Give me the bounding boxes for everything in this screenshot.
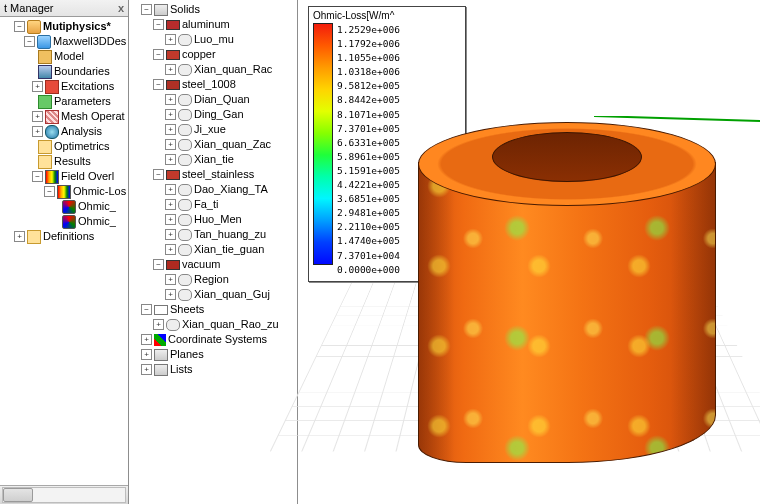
expand-icon[interactable]: − [153, 259, 164, 270]
analysis-icon [45, 125, 59, 139]
tree-item[interactable]: Optimetrics [54, 139, 110, 154]
expand-icon[interactable]: − [24, 36, 35, 47]
tree-item[interactable]: Field Overl [61, 169, 114, 184]
material-node[interactable]: aluminum [182, 17, 230, 32]
object-node[interactable]: Xian_quan_Guj [194, 287, 270, 302]
project-root[interactable]: Mutiphysics* [43, 19, 111, 34]
expand-icon[interactable]: − [141, 4, 152, 15]
object-node[interactable]: Region [194, 272, 229, 287]
expand-icon[interactable]: + [165, 229, 176, 240]
scroll-thumb[interactable] [3, 488, 33, 502]
object-icon [178, 124, 192, 136]
object-node[interactable]: Dao_Xiang_TA [194, 182, 268, 197]
object-icon [178, 214, 192, 226]
solids-node[interactable]: Solids [170, 2, 200, 17]
expand-icon[interactable]: − [14, 21, 25, 32]
tree-item[interactable]: Planes [170, 347, 204, 362]
object-node[interactable]: Xian_quan_Rac [194, 62, 272, 77]
tree-item[interactable]: Coordinate Systems [168, 332, 267, 347]
expand-icon[interactable]: + [165, 139, 176, 150]
expand-icon[interactable]: + [165, 214, 176, 225]
tree-item[interactable]: Boundaries [54, 64, 110, 79]
expand-icon[interactable]: + [32, 126, 43, 137]
expand-icon[interactable]: − [153, 49, 164, 60]
project-manager-panel: t Manager x −Mutiphysics* −Maxwell3DDes … [0, 0, 129, 504]
ohmic-loss-cylinder [418, 122, 714, 482]
expand-icon[interactable]: + [165, 289, 176, 300]
expand-icon[interactable]: − [141, 304, 152, 315]
tree-item[interactable]: Ohmic-Los [73, 184, 126, 199]
tree-item[interactable]: Results [54, 154, 91, 169]
object-icon [178, 64, 192, 76]
tree-item[interactable]: Analysis [61, 124, 102, 139]
object-icon [178, 244, 192, 256]
object-node[interactable]: Huo_Men [194, 212, 242, 227]
tree-item[interactable]: Model [54, 49, 84, 64]
expand-icon[interactable]: + [165, 64, 176, 75]
expand-icon[interactable]: + [32, 111, 43, 122]
material-node[interactable]: copper [182, 47, 216, 62]
object-node[interactable]: Dian_Quan [194, 92, 250, 107]
object-node[interactable]: Ding_Gan [194, 107, 244, 122]
design-node[interactable]: Maxwell3DDes [53, 34, 126, 49]
object-node[interactable]: Fa_ti [194, 197, 218, 212]
expand-icon[interactable]: + [141, 334, 152, 345]
hscrollbar[interactable] [0, 485, 128, 504]
material-node[interactable]: vacuum [182, 257, 221, 272]
tree-item[interactable]: Definitions [43, 229, 94, 244]
expand-icon[interactable]: + [165, 244, 176, 255]
expand-icon[interactable]: + [141, 364, 152, 375]
tree-item[interactable]: Xian_quan_Rao_zu [182, 317, 279, 332]
material-node[interactable]: steel_stainless [182, 167, 254, 182]
scroll-track[interactable] [2, 487, 126, 503]
tree-item[interactable]: Excitations [61, 79, 114, 94]
legend-value: 1.1792e+006 [337, 37, 400, 51]
expand-icon[interactable]: + [165, 34, 176, 45]
project-tree[interactable]: −Mutiphysics* −Maxwell3DDes Model Bounda… [0, 17, 128, 485]
material-icon [166, 170, 180, 180]
model-tree-panel[interactable]: −Solids −aluminum+Luo_mu−copper+Xian_qua… [129, 0, 298, 504]
expand-icon[interactable]: + [165, 109, 176, 120]
optimetrics-icon [38, 140, 52, 154]
expand-icon[interactable]: + [165, 199, 176, 210]
legend-value: 5.1591e+005 [337, 164, 400, 178]
sheets-node[interactable]: Sheets [170, 302, 204, 317]
object-node[interactable]: Ji_xue [194, 122, 226, 137]
expand-icon[interactable]: − [153, 169, 164, 180]
tree-item[interactable]: Mesh Operat [61, 109, 125, 124]
expand-icon[interactable]: + [32, 81, 43, 92]
object-node[interactable]: Luo_mu [194, 32, 234, 47]
object-node[interactable]: Xian_quan_Zac [194, 137, 271, 152]
excitations-icon [45, 80, 59, 94]
expand-icon[interactable]: + [165, 94, 176, 105]
tree-item[interactable]: Parameters [54, 94, 111, 109]
legend-value: 1.2529e+006 [337, 23, 400, 37]
planes-icon [154, 349, 168, 361]
expand-icon[interactable]: + [141, 349, 152, 360]
object-node[interactable]: Xian_tie [194, 152, 234, 167]
field-overlay-icon [45, 170, 59, 184]
expand-icon[interactable]: − [153, 79, 164, 90]
object-node[interactable]: Tan_huang_zu [194, 227, 266, 242]
expand-icon[interactable]: − [44, 186, 55, 197]
expand-icon[interactable]: + [165, 154, 176, 165]
expand-icon[interactable]: + [165, 274, 176, 285]
expand-icon[interactable]: + [165, 124, 176, 135]
tree-item[interactable]: Ohmic_ [78, 214, 116, 229]
material-node[interactable]: steel_1008 [182, 77, 236, 92]
expand-icon[interactable]: − [153, 19, 164, 30]
expand-icon[interactable]: + [153, 319, 164, 330]
legend-value: 8.1071e+005 [337, 108, 400, 122]
tree-item[interactable]: Ohmic_ [78, 199, 116, 214]
expand-icon[interactable]: + [165, 184, 176, 195]
close-icon[interactable]: x [118, 2, 124, 14]
object-node[interactable]: Xian_tie_guan [194, 242, 264, 257]
expand-icon[interactable]: + [14, 231, 25, 242]
design-icon [37, 35, 51, 49]
expand-icon[interactable]: − [32, 171, 43, 182]
ohmic-loss-icon [57, 185, 71, 199]
object-icon [178, 289, 192, 301]
3d-viewport[interactable]: Y Ohmic-Loss[W/m^ 1.2529e+0061.1792e+006… [298, 0, 760, 504]
legend-value: 6.6331e+005 [337, 136, 400, 150]
tree-item[interactable]: Lists [170, 362, 193, 377]
